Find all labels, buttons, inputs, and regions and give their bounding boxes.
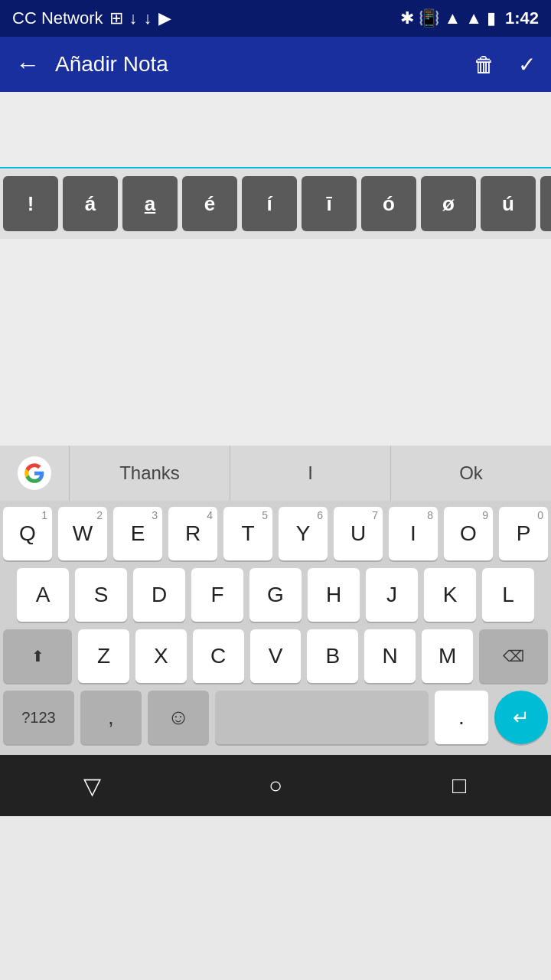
back-button[interactable]: ←	[15, 51, 40, 79]
key-number-4: 4	[207, 509, 213, 521]
key-row-1: 1Q 2W 3E 4R 5T 6Y 7U 8I 9O 0P	[3, 507, 548, 560]
status-time: 1:42	[505, 8, 539, 28]
key-number-5: 5	[262, 509, 268, 521]
suggestion-thanks[interactable]: Thanks	[69, 446, 230, 501]
key-k[interactable]: K	[424, 568, 476, 622]
special-key-i-bar[interactable]: ī	[302, 176, 357, 231]
key-x[interactable]: X	[135, 629, 187, 683]
enter-button[interactable]: ↵	[494, 691, 548, 744]
key-s[interactable]: S	[75, 568, 127, 622]
special-chars-row: ! á a é í ī ó ø ú ü	[0, 168, 551, 239]
key-f[interactable]: F	[191, 568, 243, 622]
key-i[interactable]: 8I	[389, 507, 438, 560]
special-key-u-umlaut[interactable]: ü	[540, 176, 551, 231]
key-t[interactable]: 5T	[223, 507, 272, 560]
bluetooth-icon: ✱	[400, 8, 414, 28]
comma-key[interactable]: ,	[80, 691, 142, 744]
note-area	[0, 92, 551, 168]
back-nav-button[interactable]: ▽	[69, 763, 115, 808]
download2-icon: ↓	[144, 8, 152, 28]
emoji-button[interactable]: ☺	[148, 691, 209, 744]
key-e[interactable]: 3E	[113, 507, 162, 560]
numbers-button[interactable]: ?123	[3, 691, 74, 744]
nav-bar: ▽ ○ □	[0, 755, 551, 816]
key-number-2: 2	[96, 509, 103, 521]
status-bar-left: CC Network ⊞ ↓ ↓ ▶	[12, 8, 171, 28]
key-y[interactable]: 6Y	[279, 507, 328, 560]
key-p[interactable]: 0P	[499, 507, 548, 560]
app-bar-actions: 🗑 ✓	[474, 52, 536, 77]
page-title: Añadir Nota	[55, 52, 474, 77]
backspace-button[interactable]: ⌫	[479, 629, 548, 683]
download-icon: ↓	[129, 8, 138, 28]
key-number-9: 9	[482, 509, 488, 521]
key-o[interactable]: 9O	[444, 507, 493, 560]
app-bar: ← Añadir Nota 🗑 ✓	[0, 37, 551, 92]
space-key[interactable]	[215, 691, 429, 744]
key-number-0: 0	[537, 509, 543, 521]
screenshot-icon: ⊞	[109, 8, 123, 28]
special-key-o-acute[interactable]: ó	[361, 176, 416, 231]
key-h[interactable]: H	[308, 568, 360, 622]
special-key-a-underline[interactable]: a	[122, 176, 178, 231]
keyboard: 1Q 2W 3E 4R 5T 6Y 7U 8I 9O 0P A S	[0, 501, 551, 755]
key-number-1: 1	[41, 509, 47, 521]
key-j[interactable]: J	[366, 568, 418, 622]
keyboard-suggestions: Thanks I Ok	[0, 446, 551, 501]
key-number-3: 3	[152, 509, 158, 521]
special-key-exclamation[interactable]: !	[3, 176, 58, 231]
delete-button[interactable]: 🗑	[474, 52, 495, 77]
key-z[interactable]: Z	[78, 629, 129, 683]
middle-space	[0, 239, 551, 446]
key-d[interactable]: D	[133, 568, 185, 622]
wifi-icon: ▲	[444, 8, 461, 28]
key-number-7: 7	[372, 509, 378, 521]
vibrate-icon: 📳	[419, 8, 439, 28]
key-b[interactable]: B	[307, 629, 358, 683]
key-v[interactable]: V	[250, 629, 302, 683]
play-icon: ▶	[158, 8, 171, 28]
key-a[interactable]: A	[17, 568, 69, 622]
key-number-6: 6	[317, 509, 323, 521]
home-nav-button[interactable]: ○	[253, 763, 298, 808]
shift-button[interactable]: ⬆	[3, 629, 72, 683]
key-row-3: ⬆ Z X C V B N M ⌫	[3, 629, 548, 683]
key-r[interactable]: 4R	[168, 507, 217, 560]
key-c[interactable]: C	[193, 629, 244, 683]
suggestion-i[interactable]: I	[230, 446, 390, 501]
special-key-u-acute[interactable]: ú	[481, 176, 536, 231]
battery-icon: ▮	[487, 8, 496, 28]
status-bar-right: ✱ 📳 ▲ ▲ ▮ 1:42	[400, 8, 539, 28]
key-number-8: 8	[427, 509, 433, 521]
google-logo-area	[0, 446, 69, 501]
carrier-name: CC Network	[12, 8, 103, 28]
special-key-i-acute[interactable]: í	[242, 176, 297, 231]
status-bar: CC Network ⊞ ↓ ↓ ▶ ✱ 📳 ▲ ▲ ▮ 1:42	[0, 0, 551, 37]
key-row-4: ?123 , ☺ . ↵	[3, 691, 548, 744]
special-key-a-acute[interactable]: á	[63, 176, 118, 231]
signal-icon: ▲	[465, 8, 482, 28]
suggestion-ok[interactable]: Ok	[390, 446, 551, 501]
key-q[interactable]: 1Q	[3, 507, 52, 560]
key-l[interactable]: L	[482, 568, 534, 622]
key-m[interactable]: M	[422, 629, 473, 683]
note-input[interactable]	[18, 107, 533, 153]
special-key-o-slash[interactable]: ø	[421, 176, 476, 231]
key-w[interactable]: 2W	[58, 507, 107, 560]
recent-nav-button[interactable]: □	[436, 763, 482, 808]
key-u[interactable]: 7U	[334, 507, 383, 560]
key-g[interactable]: G	[249, 568, 302, 622]
google-logo	[18, 456, 51, 490]
period-key[interactable]: .	[435, 691, 488, 744]
key-n[interactable]: N	[364, 629, 416, 683]
confirm-button[interactable]: ✓	[518, 52, 536, 77]
special-key-e-acute[interactable]: é	[182, 176, 237, 231]
key-row-2: A S D F G H J K L	[3, 568, 548, 622]
